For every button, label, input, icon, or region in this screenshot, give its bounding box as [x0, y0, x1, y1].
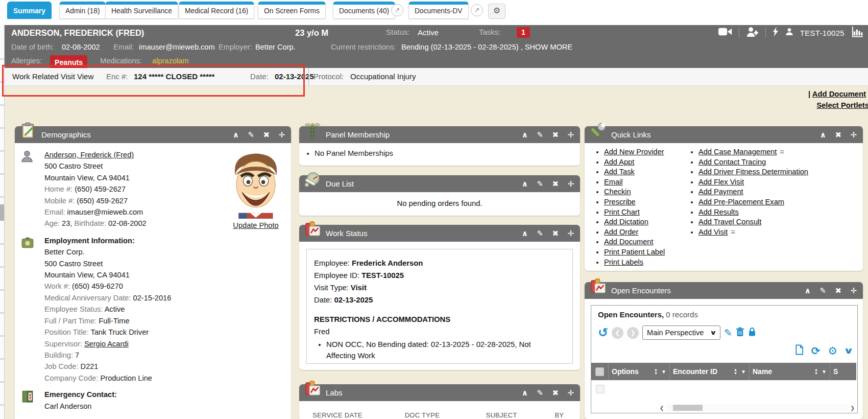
quick-link[interactable]: Add Order: [604, 228, 638, 236]
move-icon[interactable]: ✛: [278, 126, 285, 143]
quick-link[interactable]: Add Contact Tracing: [698, 158, 766, 166]
documents-popout-icon[interactable]: ↗: [391, 4, 403, 16]
quick-link[interactable]: Add Case Management: [698, 148, 777, 156]
close-icon[interactable]: ✖: [552, 126, 559, 143]
update-photo-link[interactable]: Update Photo: [233, 221, 278, 229]
gutter-thumb[interactable]: [0, 204, 4, 221]
collapse-icon[interactable]: ∧: [522, 126, 528, 143]
quick-link[interactable]: Add Document: [604, 238, 654, 246]
quick-link[interactable]: Add Flex Visit: [698, 178, 744, 186]
col-status-clipped[interactable]: S: [830, 363, 856, 380]
documents-dv-popout-icon[interactable]: ↗: [471, 4, 483, 16]
edit-icon[interactable]: ✎: [819, 282, 826, 299]
quick-link[interactable]: Add New Provider: [604, 148, 664, 156]
tab-settings-gear-icon[interactable]: ⚙: [488, 4, 505, 19]
labs-header[interactable]: Labs ∧ ✎ ✖ ✛: [299, 384, 580, 401]
select-all-checkbox[interactable]: [595, 367, 604, 376]
sort-icon[interactable]: ▲▼: [651, 368, 658, 375]
edit-icon[interactable]: ✎: [248, 126, 254, 143]
scrollbar-thumb[interactable]: [673, 405, 703, 411]
move-icon[interactable]: ✛: [567, 225, 574, 242]
collapse-icon[interactable]: ∧: [522, 225, 528, 242]
scroll-left-icon[interactable]: ❮: [660, 405, 666, 411]
quick-link[interactable]: Add Travel Consult: [698, 218, 761, 226]
list-icon[interactable]: ≡: [780, 147, 784, 157]
select-portlets-link[interactable]: Select Portlets: [816, 101, 868, 109]
col-options[interactable]: Options ▲▼ ▼: [609, 363, 670, 380]
quick-link[interactable]: Prescribe: [604, 198, 636, 206]
collapse-grid-chevron-icon[interactable]: ∨: [843, 345, 854, 356]
close-icon[interactable]: ✖: [552, 225, 559, 242]
scrollbar-track[interactable]: [666, 405, 849, 411]
move-icon[interactable]: ✛: [850, 126, 857, 143]
quick-link[interactable]: Add Task: [604, 168, 635, 176]
move-icon[interactable]: ✛: [567, 126, 574, 143]
nav-back-icon[interactable]: ❮: [612, 327, 623, 339]
quick-link[interactable]: Email: [604, 178, 623, 186]
filter-icon[interactable]: ▼: [661, 369, 666, 375]
grid-settings-gear-icon[interactable]: ⚙: [828, 345, 837, 357]
move-icon[interactable]: ✛: [850, 282, 857, 299]
patient-id[interactable]: TEST-10025: [800, 29, 845, 37]
close-icon[interactable]: ✖: [552, 384, 559, 401]
row-checkbox[interactable]: [596, 385, 605, 393]
user-icon[interactable]: [785, 28, 793, 38]
collapsed-side-gutter[interactable]: [0, 25, 5, 419]
supervisor-link[interactable]: Sergio Acardi: [84, 340, 129, 348]
tasks-count-badge[interactable]: 1: [517, 27, 530, 38]
scroll-right-icon[interactable]: ❯: [849, 405, 855, 411]
quick-action-bolt-icon[interactable]: [773, 27, 779, 39]
tab-admin[interactable]: Admin (18): [59, 2, 106, 19]
close-icon[interactable]: ✖: [263, 126, 270, 143]
perspective-select[interactable]: Main Perspective ∨: [642, 325, 720, 340]
labs-col-by[interactable]: BY: [554, 411, 580, 419]
labs-col-doc-type[interactable]: DOC TYPE: [405, 411, 486, 419]
quick-link[interactable]: Print Labels: [604, 258, 643, 266]
filter-icon[interactable]: ▼: [741, 369, 746, 375]
close-icon[interactable]: ✖: [835, 282, 841, 299]
tab-summary[interactable]: Summary: [7, 2, 52, 19]
tab-health-surveillance[interactable]: Health Surveillance: [105, 2, 178, 19]
list-icon[interactable]: ≡: [731, 227, 735, 238]
nav-forward-icon[interactable]: ❯: [627, 327, 639, 339]
panel-membership-header[interactable]: Panel Membership ∧ ✎ ✖ ✛: [299, 126, 580, 143]
delete-perspective-icon[interactable]: [736, 327, 744, 339]
move-icon[interactable]: ✛: [567, 384, 574, 401]
close-icon[interactable]: ✖: [835, 126, 841, 143]
collapse-icon[interactable]: ∧: [522, 384, 528, 401]
quick-link[interactable]: Add Dictation: [604, 218, 648, 226]
add-document-link[interactable]: Add Document: [812, 90, 866, 98]
tab-documents-dv[interactable]: Documents-DV: [408, 2, 469, 19]
quick-link[interactable]: Add Visit: [698, 228, 728, 236]
edit-icon[interactable]: ✎: [537, 175, 543, 192]
quick-link[interactable]: Checkin: [604, 188, 631, 196]
edit-icon[interactable]: ✎: [537, 384, 543, 401]
filter-icon[interactable]: ▼: [822, 369, 827, 375]
open-encounters-header[interactable]: Open Encounters ∧ ✎ ✖ ✛: [585, 282, 863, 299]
labs-col-subject[interactable]: SUBJECT: [486, 411, 554, 419]
collapse-icon[interactable]: ∧: [522, 175, 528, 192]
edit-icon[interactable]: ✎: [537, 126, 543, 143]
quick-link[interactable]: Print Patient Label: [604, 248, 665, 256]
demographics-header[interactable]: Demographics ∧ ✎ ✖ ✛: [15, 126, 291, 143]
lock-perspective-icon[interactable]: [748, 327, 756, 339]
quick-link[interactable]: Add Results: [698, 208, 739, 216]
restrictions-value[interactable]: Bending (02-13-2025 - 02-28-2025) , SHOW…: [401, 40, 572, 54]
edit-perspective-icon[interactable]: ✎: [724, 327, 732, 339]
refresh-icon[interactable]: ⟳: [811, 345, 821, 357]
move-icon[interactable]: ✛: [567, 175, 574, 192]
tab-documents[interactable]: Documents (40): [333, 2, 395, 19]
quick-link[interactable]: Add Appt: [604, 158, 634, 166]
new-record-icon[interactable]: [795, 344, 804, 357]
quick-link[interactable]: Add Driver Fitness Determination: [698, 168, 808, 176]
video-call-icon[interactable]: [718, 27, 732, 38]
labs-col-service-date[interactable]: SERVICE DATE: [312, 411, 405, 419]
collapse-icon[interactable]: ∧: [233, 126, 239, 143]
empty-grid-row[interactable]: [591, 380, 856, 401]
work-status-header[interactable]: Work Status ∧ ✎ ✖ ✛: [299, 225, 580, 242]
email-value[interactable]: imauser@mieweb.com: [139, 40, 215, 54]
collapse-icon[interactable]: ∧: [820, 126, 826, 143]
edit-icon[interactable]: ✎: [537, 225, 543, 242]
quick-link[interactable]: Print Chart: [604, 208, 640, 216]
add-person-icon[interactable]: [746, 27, 759, 39]
